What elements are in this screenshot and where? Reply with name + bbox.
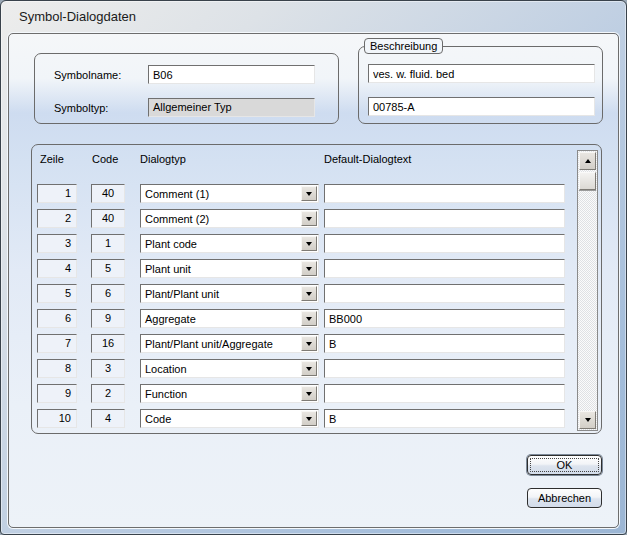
default-dialogtext-input[interactable] bbox=[324, 334, 565, 353]
dialogtyp-combobox[interactable]: Plant unit bbox=[140, 259, 319, 278]
zeile-field: 3 bbox=[37, 234, 77, 253]
zeile-field: 2 bbox=[37, 209, 77, 228]
dialogtyp-value: Plant/Plant unit bbox=[141, 288, 300, 300]
dialog-title: Symbol-Dialogdaten bbox=[19, 9, 136, 24]
code-field: 40 bbox=[91, 184, 125, 203]
dialogtyp-combobox[interactable]: Function bbox=[140, 384, 319, 403]
code-field: 1 bbox=[91, 234, 125, 253]
dialog-table-groupbox: Zeile Code Dialogtyp Default-Dialogtext … bbox=[31, 144, 602, 434]
scrollbar-thumb[interactable] bbox=[579, 172, 596, 190]
scroll-up-icon[interactable] bbox=[579, 152, 596, 170]
code-field: 6 bbox=[91, 284, 125, 303]
default-dialogtext-input[interactable] bbox=[324, 234, 565, 253]
code-field: 3 bbox=[91, 359, 125, 378]
zeile-field: 5 bbox=[37, 284, 77, 303]
code-field: 4 bbox=[91, 409, 125, 428]
dialogtyp-value: Aggregate bbox=[141, 313, 300, 325]
dropdown-arrow-icon[interactable] bbox=[301, 386, 317, 401]
table-rows: 1 40 Comment (1) 2 40 Comment (2) 3 1 Pl… bbox=[32, 145, 601, 433]
code-field: 9 bbox=[91, 309, 125, 328]
symboltyp-label: Symboltyp: bbox=[54, 102, 108, 114]
zeile-field: 8 bbox=[37, 359, 77, 378]
table-row: 1 40 Comment (1) bbox=[32, 184, 601, 203]
dropdown-arrow-icon[interactable] bbox=[301, 336, 317, 351]
dialogtyp-combobox[interactable]: Aggregate bbox=[140, 309, 319, 328]
default-dialogtext-input[interactable] bbox=[324, 309, 565, 328]
dropdown-arrow-icon[interactable] bbox=[301, 286, 317, 301]
dialogtyp-value: Location bbox=[141, 363, 300, 375]
table-row: 3 1 Plant code bbox=[32, 234, 601, 253]
dropdown-arrow-icon[interactable] bbox=[301, 311, 317, 326]
dialogtyp-value: Comment (2) bbox=[141, 213, 300, 225]
dialogtyp-combobox[interactable]: Plant/Plant unit bbox=[140, 284, 319, 303]
default-dialogtext-input[interactable] bbox=[324, 184, 565, 203]
titlebar[interactable]: Symbol-Dialogdaten bbox=[1, 1, 626, 33]
zeile-field: 9 bbox=[37, 384, 77, 403]
ok-button[interactable]: OK bbox=[527, 455, 602, 475]
table-row: 4 5 Plant unit bbox=[32, 259, 601, 278]
table-row: 5 6 Plant/Plant unit bbox=[32, 284, 601, 303]
table-scrollbar[interactable] bbox=[577, 150, 598, 431]
zeile-field: 6 bbox=[37, 309, 77, 328]
zeile-field: 1 bbox=[37, 184, 77, 203]
dropdown-arrow-icon[interactable] bbox=[301, 261, 317, 276]
dialogtyp-combobox[interactable]: Comment (2) bbox=[140, 209, 319, 228]
table-row: 7 16 Plant/Plant unit/Aggregate bbox=[32, 334, 601, 353]
code-field: 5 bbox=[91, 259, 125, 278]
dialogtyp-combobox[interactable]: Plant/Plant unit/Aggregate bbox=[140, 334, 319, 353]
beschreibung-line1-input[interactable] bbox=[368, 64, 595, 83]
beschreibung-group-label: Beschreibung bbox=[364, 38, 443, 54]
dropdown-arrow-icon[interactable] bbox=[301, 211, 317, 226]
dropdown-arrow-icon[interactable] bbox=[301, 361, 317, 376]
zeile-field: 10 bbox=[37, 409, 77, 428]
default-dialogtext-input[interactable] bbox=[324, 284, 565, 303]
dialogtyp-value: Code bbox=[141, 413, 300, 425]
dialog-client-area: Symbolname: Symboltyp: Allgemeiner Typ B… bbox=[8, 33, 619, 528]
symboltyp-field: Allgemeiner Typ bbox=[148, 98, 315, 117]
table-row: 6 9 Aggregate bbox=[32, 309, 601, 328]
dialogtyp-value: Plant unit bbox=[141, 263, 300, 275]
dialogtyp-value: Plant/Plant unit/Aggregate bbox=[141, 338, 300, 350]
dialog-window: Symbol-Dialogdaten Symbolname: Symboltyp… bbox=[0, 0, 627, 535]
code-field: 16 bbox=[91, 334, 125, 353]
table-row: 8 3 Location bbox=[32, 359, 601, 378]
beschreibung-groupbox: Beschreibung bbox=[358, 46, 603, 124]
table-row: 9 2 Function bbox=[32, 384, 601, 403]
dialogtyp-value: Plant code bbox=[141, 238, 300, 250]
table-row: 10 4 Code bbox=[32, 409, 601, 428]
dialogtyp-value: Function bbox=[141, 388, 300, 400]
beschreibung-line2-input[interactable] bbox=[368, 97, 595, 116]
default-dialogtext-input[interactable] bbox=[324, 409, 565, 428]
scroll-down-icon[interactable] bbox=[579, 411, 596, 429]
symbolname-label: Symbolname: bbox=[54, 69, 121, 81]
dialogtyp-combobox[interactable]: Code bbox=[140, 409, 319, 428]
default-dialogtext-input[interactable] bbox=[324, 259, 565, 278]
dialogtyp-combobox[interactable]: Plant code bbox=[140, 234, 319, 253]
default-dialogtext-input[interactable] bbox=[324, 384, 565, 403]
table-row: 2 40 Comment (2) bbox=[32, 209, 601, 228]
default-dialogtext-input[interactable] bbox=[324, 209, 565, 228]
dialogtyp-combobox[interactable]: Location bbox=[140, 359, 319, 378]
dropdown-arrow-icon[interactable] bbox=[301, 236, 317, 251]
cancel-button[interactable]: Abbrechen bbox=[527, 488, 602, 508]
zeile-field: 4 bbox=[37, 259, 77, 278]
symbol-groupbox: Symbolname: Symboltyp: Allgemeiner Typ bbox=[34, 53, 339, 124]
dialogtyp-combobox[interactable]: Comment (1) bbox=[140, 184, 319, 203]
dropdown-arrow-icon[interactable] bbox=[301, 411, 317, 426]
zeile-field: 7 bbox=[37, 334, 77, 353]
code-field: 2 bbox=[91, 384, 125, 403]
default-dialogtext-input[interactable] bbox=[324, 359, 565, 378]
symbolname-input[interactable] bbox=[148, 65, 315, 84]
dropdown-arrow-icon[interactable] bbox=[301, 186, 317, 201]
dialogtyp-value: Comment (1) bbox=[141, 188, 300, 200]
code-field: 40 bbox=[91, 209, 125, 228]
